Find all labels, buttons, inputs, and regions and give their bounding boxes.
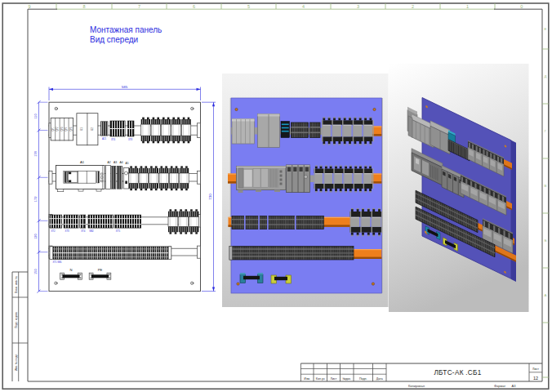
svg-text:3: 3 <box>357 4 359 9</box>
svg-text:A2: A2 <box>107 161 110 164</box>
svg-text:Взам. инв. №: Взам. инв. № <box>15 276 18 293</box>
svg-text:QF1: QF1 <box>51 127 55 131</box>
svg-text:Копировал: Копировал <box>408 384 425 388</box>
svg-text:4: 4 <box>302 4 305 9</box>
svg-text:QF4: QF4 <box>65 127 68 131</box>
svg-text:6: 6 <box>193 4 195 9</box>
svg-text:1: 1 <box>466 4 469 9</box>
svg-text:QF5: QF5 <box>69 127 73 131</box>
svg-text:PE: PE <box>98 268 103 272</box>
svg-text:178: 178 <box>33 150 38 156</box>
svg-text:Г: Г <box>545 129 547 133</box>
svg-text:XT5: XT5 <box>116 229 121 233</box>
svg-text:XT3: XT3 <box>65 229 70 233</box>
svg-text:730: 730 <box>208 194 212 200</box>
svg-text:G1: G1 <box>80 127 83 131</box>
svg-text:XT1 SB1: XT1 SB1 <box>52 261 62 264</box>
svg-text:Лист: Лист <box>331 377 337 381</box>
svg-text:Дата: Дата <box>376 377 383 381</box>
svg-text:Кол.уч: Кол.уч <box>316 377 325 381</box>
svg-text:В: В <box>545 184 547 188</box>
svg-text:9: 9 <box>29 4 31 9</box>
svg-text:120: 120 <box>33 233 38 238</box>
svg-text:SB2: SB2 <box>89 229 94 233</box>
svg-text:XT4: XT4 <box>111 138 116 141</box>
svg-text:Изм.: Изм. <box>304 377 310 381</box>
svg-text:Подп. и дата: Подп. и дата <box>15 312 18 328</box>
svg-text:585: 585 <box>122 85 128 89</box>
svg-text:Д: Д <box>545 74 547 78</box>
svg-text:12: 12 <box>533 376 538 381</box>
svg-text:150: 150 <box>33 269 38 274</box>
svg-text:A4: A4 <box>119 161 122 164</box>
svg-text:Е: Е <box>545 27 547 31</box>
svg-text:8: 8 <box>82 4 85 9</box>
svg-text:QF3: QF3 <box>60 127 64 131</box>
svg-text:ЛБТС-АК .СБ1: ЛБТС-АК .СБ1 <box>434 369 481 376</box>
svg-text:N: N <box>69 268 72 272</box>
svg-text:XT8: XT8 <box>128 138 133 141</box>
svg-text:№док.: №док. <box>342 377 351 381</box>
svg-text:Инв. № подл.: Инв. № подл. <box>15 354 18 371</box>
svg-text:0: 0 <box>520 4 523 9</box>
svg-text:5: 5 <box>247 4 250 9</box>
svg-text:Подп.: Подп. <box>359 377 367 381</box>
svg-text:Лист: Лист <box>532 368 539 371</box>
svg-text:А3: А3 <box>512 384 517 388</box>
svg-text:Формат: Формат <box>494 384 505 388</box>
svg-text:A3: A3 <box>114 161 117 164</box>
svg-text:XT2: XT2 <box>51 229 56 233</box>
svg-text:Б: Б <box>545 238 547 243</box>
svg-text:110: 110 <box>33 113 38 118</box>
svg-text:2: 2 <box>412 4 414 9</box>
svg-text:QF2: QF2 <box>56 127 59 131</box>
svg-text:G2: G2 <box>91 127 94 131</box>
svg-text:A21: A21 <box>102 137 106 140</box>
svg-text:172: 172 <box>33 196 38 202</box>
svg-text:Вид спереди: Вид спереди <box>90 35 138 44</box>
svg-text:Монтажная панель: Монтажная панель <box>90 25 162 34</box>
svg-text:А: А <box>545 293 547 297</box>
svg-text:7: 7 <box>138 4 140 9</box>
svg-text:A5: A5 <box>126 162 129 165</box>
svg-text:A1: A1 <box>80 160 85 164</box>
svg-text:XT4: XT4 <box>81 229 86 233</box>
